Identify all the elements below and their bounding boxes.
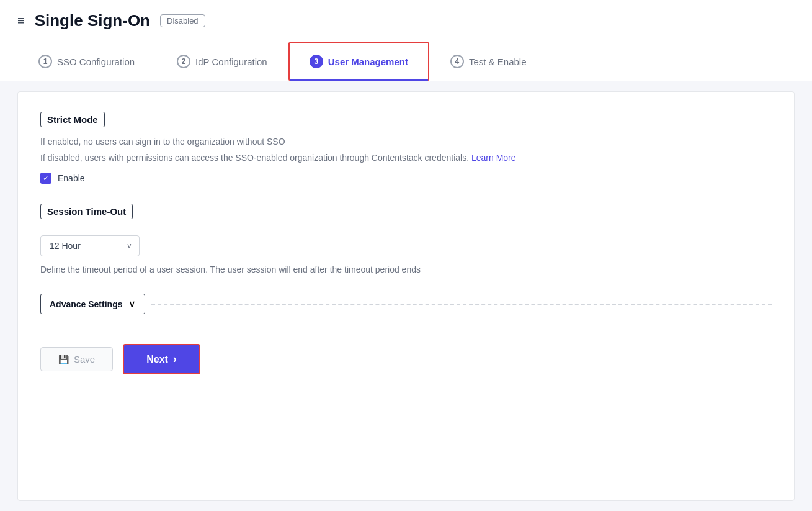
save-button-label: Save xyxy=(74,354,95,364)
advance-settings-label: Advance Settings xyxy=(50,299,122,309)
tab-idp-configuration[interactable]: 2 IdP Configuration xyxy=(156,42,288,81)
tab-number-4: 4 xyxy=(450,55,464,68)
tab-label-test-enable: Test & Enable xyxy=(469,57,527,67)
tab-label-idp: IdP Configuration xyxy=(195,57,267,67)
session-timeout-desc: Define the timeout period of a user sess… xyxy=(40,263,772,276)
next-button-label: Next xyxy=(146,354,168,365)
page-container: ≡ Single Sign-On Disabled 1 SSO Configur… xyxy=(0,0,812,511)
tab-user-management[interactable]: 3 User Management xyxy=(288,42,429,81)
advance-settings-divider-line xyxy=(151,304,772,305)
session-timeout-dropdown-wrapper: 1 Hour 2 Hour 4 Hour 8 Hour 12 Hour 24 H… xyxy=(40,235,140,256)
session-timeout-section: Session Time-Out 1 Hour 2 Hour 4 Hour 8 … xyxy=(40,204,772,276)
strict-mode-desc2: If disabled, users with permissions can … xyxy=(40,151,772,165)
session-timeout-dropdown-row: 1 Hour 2 Hour 4 Hour 8 Hour 12 Hour 24 H… xyxy=(40,235,772,256)
tab-test-enable[interactable]: 4 Test & Enable xyxy=(429,42,548,81)
advance-settings-container: Advance Settings ∨ xyxy=(40,294,772,314)
next-icon: › xyxy=(173,353,177,366)
enable-label: Enable xyxy=(58,173,85,183)
tab-label-user-mgmt: User Management xyxy=(328,57,408,67)
strict-mode-section: Strict Mode If enabled, no users can sig… xyxy=(40,112,772,184)
enable-checkbox[interactable]: ✓ xyxy=(40,173,51,184)
tab-number-2: 2 xyxy=(177,55,190,68)
strict-mode-title: Strict Mode xyxy=(40,112,105,127)
learn-more-link[interactable]: Learn More xyxy=(471,153,516,163)
advance-settings-toggle[interactable]: Advance Settings ∨ xyxy=(40,294,145,314)
next-button[interactable]: Next › xyxy=(123,344,200,374)
hamburger-icon[interactable]: ≡ xyxy=(17,14,25,28)
status-badge: Disabled xyxy=(160,14,205,27)
tab-label-sso: SSO Configuration xyxy=(57,57,135,67)
strict-mode-desc1: If enabled, no users can sign in to the … xyxy=(40,135,772,148)
save-button[interactable]: 💾 Save xyxy=(40,347,113,371)
tabs-bar: 1 SSO Configuration 2 IdP Configuration … xyxy=(0,42,812,81)
check-mark-icon: ✓ xyxy=(43,174,49,182)
session-timeout-select[interactable]: 1 Hour 2 Hour 4 Hour 8 Hour 12 Hour 24 H… xyxy=(40,235,140,256)
tab-number-3: 3 xyxy=(310,55,323,68)
enable-checkbox-row: ✓ Enable xyxy=(40,173,772,184)
session-timeout-title: Session Time-Out xyxy=(40,204,133,219)
page-title: Single Sign-On xyxy=(35,11,150,30)
tab-number-1: 1 xyxy=(38,55,52,68)
footer-actions: 💾 Save Next › xyxy=(40,334,772,379)
main-content: Strict Mode If enabled, no users can sig… xyxy=(17,91,795,501)
save-icon: 💾 xyxy=(58,355,69,364)
advance-settings-chevron-icon: ∨ xyxy=(128,298,136,310)
tab-sso-configuration[interactable]: 1 SSO Configuration xyxy=(17,42,156,81)
header: ≡ Single Sign-On Disabled xyxy=(0,0,812,42)
